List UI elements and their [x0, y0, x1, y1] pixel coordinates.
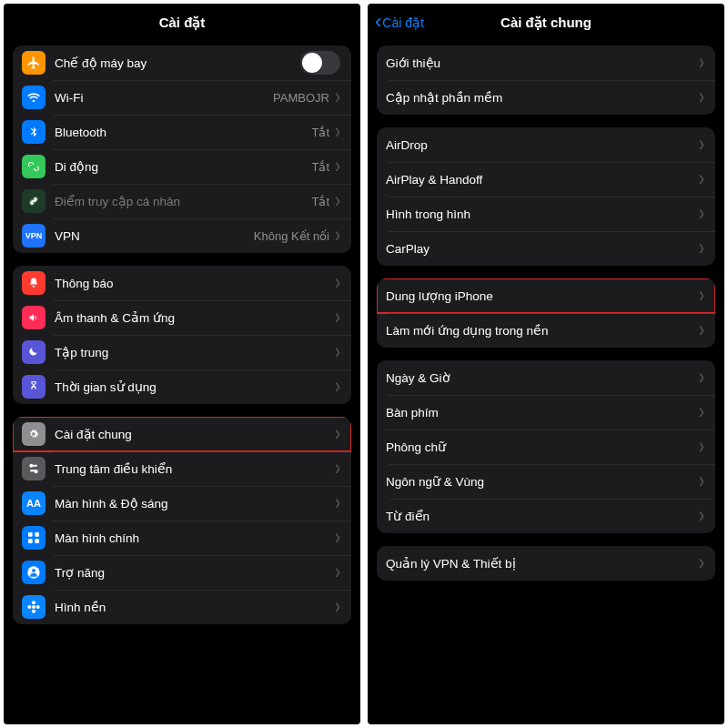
- settings-group: Chế độ máy bayWi-FiPAMBOJR›BluetoothTắt›…: [13, 46, 351, 253]
- row-label: Trợ năng: [55, 565, 335, 580]
- settings-row[interactable]: Trợ năng›: [13, 555, 351, 590]
- settings-row[interactable]: Quản lý VPN & Thiết bị›: [377, 546, 715, 581]
- row-value: PAMBOJR: [273, 91, 329, 105]
- row-label: Ngày & Giờ: [386, 370, 699, 385]
- settings-row[interactable]: Trung tâm điều khiển›: [13, 451, 351, 486]
- row-label: Làm mới ứng dụng trong nền: [386, 323, 699, 338]
- row-label: Từ điển: [386, 509, 699, 523]
- chevron-right-icon: ›: [335, 86, 340, 106]
- settings-row[interactable]: Điểm truy cập cá nhânTắt›: [13, 184, 351, 218]
- nav-bar: ‹ Cài đặt Cài đặt chung: [368, 4, 724, 42]
- wifi-icon: [22, 86, 46, 109]
- settings-row[interactable]: Di độngTắt›: [13, 149, 351, 184]
- toggle-switch[interactable]: [300, 51, 340, 75]
- row-label: Màn hình & Độ sáng: [55, 496, 335, 511]
- chevron-right-icon: ›: [699, 237, 704, 258]
- settings-row[interactable]: Tập trung›: [13, 335, 351, 369]
- chevron-right-icon: ›: [335, 155, 340, 176]
- row-label: Ngôn ngữ & Vùng: [386, 474, 699, 489]
- home-icon: [22, 526, 46, 550]
- settings-row[interactable]: Thông báo›: [13, 266, 351, 300]
- screentime-icon: [22, 375, 46, 399]
- row-label: Thời gian sử dụng: [55, 379, 335, 394]
- row-label: CarPlay: [386, 242, 699, 256]
- chevron-right-icon: ›: [699, 284, 704, 305]
- chevron-right-icon: ›: [699, 400, 704, 421]
- chevron-left-icon: ‹: [375, 12, 381, 32]
- row-value: Tắt: [311, 126, 329, 139]
- settings-row[interactable]: Hình nền›: [13, 590, 351, 624]
- settings-row[interactable]: Cập nhật phần mềm›: [377, 80, 715, 115]
- row-label: Dung lượng iPhone: [386, 288, 699, 303]
- settings-row[interactable]: CarPlay›: [377, 231, 715, 266]
- row-label: Cập nhật phần mềm: [386, 90, 699, 105]
- hotspot-icon: [22, 189, 46, 213]
- row-label: Wi-Fi: [55, 91, 273, 105]
- row-label: AirDrop: [386, 138, 699, 152]
- settings-row[interactable]: Dung lượng iPhone›: [377, 278, 715, 313]
- settings-row[interactable]: Bàn phím›: [377, 395, 715, 430]
- general-settings-list[interactable]: Giới thiệu›Cập nhật phần mềm›AirDrop›Air…: [368, 42, 724, 724]
- svg-rect-6: [28, 539, 33, 543]
- row-label: Di động: [55, 159, 311, 174]
- settings-row[interactable]: Ngày & Giờ›: [377, 360, 715, 395]
- airplane-icon: [22, 51, 46, 75]
- settings-row[interactable]: VPNVPNKhông Kết nối›: [13, 218, 351, 253]
- chevron-right-icon: ›: [699, 167, 704, 188]
- settings-row[interactable]: BluetoothTắt›: [13, 115, 351, 149]
- row-value: Không Kết nối: [254, 229, 329, 243]
- row-value: Tắt: [311, 160, 329, 174]
- chevron-right-icon: ›: [335, 457, 340, 478]
- settings-group: Thông báo›Âm thanh & Cảm ứng›Tập trung›T…: [13, 266, 351, 404]
- settings-row[interactable]: AAMàn hình & Độ sáng›: [13, 486, 351, 521]
- chevron-right-icon: ›: [699, 366, 704, 387]
- row-label: Cài đặt chung: [55, 427, 335, 441]
- settings-row[interactable]: Wi-FiPAMBOJR›: [13, 80, 351, 115]
- row-label: Âm thanh & Cảm ứng: [55, 310, 335, 325]
- control-icon: [22, 457, 46, 480]
- chevron-right-icon: ›: [335, 422, 340, 443]
- settings-row[interactable]: Chế độ máy bay: [13, 46, 351, 80]
- row-label: Hình nền: [55, 600, 335, 614]
- settings-screen-right: ‹ Cài đặt Cài đặt chung Giới thiệu›Cập n…: [368, 4, 724, 724]
- bluetooth-icon: [22, 120, 46, 144]
- settings-row[interactable]: Màn hình chính›: [13, 521, 351, 555]
- nav-bar: Cài đặt: [4, 4, 360, 42]
- settings-group: AirDrop›AirPlay & Handoff›Hình trong hìn…: [377, 127, 715, 266]
- svg-point-11: [32, 601, 35, 604]
- settings-row[interactable]: Ngôn ngữ & Vùng›: [377, 464, 715, 499]
- row-label: Chế độ máy bay: [55, 56, 300, 70]
- settings-row[interactable]: Hình trong hình›: [377, 197, 715, 231]
- accessibility-icon: [22, 561, 46, 584]
- settings-row[interactable]: Làm mới ứng dụng trong nền›: [377, 313, 715, 348]
- sounds-icon: [22, 306, 46, 329]
- row-label: Thông báo: [55, 277, 335, 290]
- chevron-right-icon: ›: [335, 189, 340, 210]
- chevron-right-icon: ›: [335, 595, 340, 616]
- nav-title: Cài đặt: [159, 15, 206, 31]
- settings-row[interactable]: Giới thiệu›: [377, 46, 715, 80]
- row-label: Bluetooth: [55, 126, 311, 139]
- row-label: Bàn phím: [386, 406, 699, 420]
- settings-row[interactable]: Âm thanh & Cảm ứng›: [13, 300, 351, 335]
- notifications-icon: [22, 271, 46, 295]
- settings-row[interactable]: Cài đặt chung›: [13, 417, 351, 451]
- chevron-right-icon: ›: [335, 306, 340, 327]
- row-label: Phông chữ: [386, 440, 699, 454]
- back-button[interactable]: ‹ Cài đặt: [375, 13, 424, 33]
- settings-group: Ngày & Giờ›Bàn phím›Phông chữ›Ngôn ngữ &…: [377, 360, 715, 533]
- settings-group: Quản lý VPN & Thiết bị›: [377, 546, 715, 581]
- row-label: AirPlay & Handoff: [386, 173, 699, 187]
- display-icon: AA: [22, 491, 46, 515]
- chevron-right-icon: ›: [335, 561, 340, 581]
- settings-row[interactable]: AirPlay & Handoff›: [377, 162, 715, 197]
- settings-row[interactable]: Thời gian sử dụng›: [13, 369, 351, 404]
- settings-row[interactable]: AirDrop›: [377, 127, 715, 162]
- chevron-right-icon: ›: [699, 504, 704, 525]
- settings-list[interactable]: Chế độ máy bayWi-FiPAMBOJR›BluetoothTắt›…: [4, 42, 360, 724]
- settings-row[interactable]: Phông chữ›: [377, 430, 715, 464]
- chevron-right-icon: ›: [335, 224, 340, 245]
- settings-row[interactable]: Từ điển›: [377, 499, 715, 533]
- chevron-right-icon: ›: [335, 120, 340, 141]
- svg-point-13: [27, 605, 31, 609]
